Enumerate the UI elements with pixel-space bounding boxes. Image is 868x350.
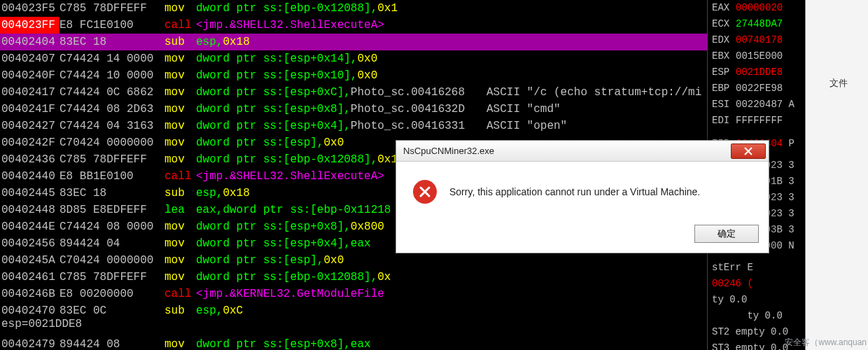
- address: 0040246B: [0, 286, 59, 302]
- dialog-titlebar[interactable]: NsCpuCNMiner32.exe: [396, 141, 769, 162]
- error-dialog: NsCpuCNMiner32.exe Sorry, this applicati…: [396, 140, 769, 253]
- mnemonic: mov: [164, 0, 196, 17]
- bytes: C785 78DFFEFF: [59, 0, 164, 17]
- operands: <jmp.&KERNEL32.GetModuleFile: [196, 286, 384, 302]
- bytes: 8D85 E8EDFEFF: [59, 202, 164, 218]
- comment: ASCII "open": [486, 118, 567, 134]
- address: 00402448: [0, 202, 59, 218]
- operands: esp,0x18: [196, 185, 250, 202]
- mnemonic: mov: [164, 269, 196, 286]
- address: 00402427: [0, 118, 59, 134]
- operands: dword ptr ss:[ebp-0x12088],0x1: [196, 151, 398, 168]
- reg-row[interactable]: ESI00220487 A: [712, 97, 805, 113]
- mnemonic: sub: [164, 34, 196, 50]
- disasm-row[interactable]: 0040246BE8 00200000call <jmp.&KERNEL32.G…: [0, 286, 707, 302]
- status-bar: esp=0021DDE8: [0, 316, 707, 332]
- operands: <jmp.&SHELL32.ShellExecuteA>: [196, 17, 384, 34]
- disasm-row[interactable]: 0040240483EC 18sub esp,0x18: [0, 34, 707, 50]
- bytes: C70424 0000000: [59, 252, 164, 269]
- disasm-row[interactable]: 00402407C74424 14 0000mov dword ptr ss:[…: [0, 50, 707, 67]
- disasm-row[interactable]: 004023F5C785 78DFFEFFmov dword ptr ss:[e…: [0, 0, 707, 17]
- debugger-window: 004023F5C785 78DFFEFFmov dword ptr ss:[e…: [0, 0, 868, 350]
- reg-row[interactable]: ECX27448DA7: [712, 16, 805, 32]
- disasm-row[interactable]: 00402417C74424 0C 6862mov dword ptr ss:[…: [0, 84, 707, 101]
- dialog-message: Sorry, this application cannot run under…: [449, 186, 700, 197]
- disasm-row[interactable]: 0040241FC74424 08 2D63mov dword ptr ss:[…: [0, 101, 707, 118]
- disasm-row[interactable]: 00402479894424 08mov dword ptr ss:[esp+0…: [0, 336, 707, 350]
- address: 00402407: [0, 50, 59, 67]
- mnemonic: mov: [164, 118, 196, 134]
- mnemonic: mov: [164, 84, 196, 101]
- reg-row[interactable]: EDX00740178: [712, 32, 805, 48]
- bytes: 83EC 18: [59, 34, 164, 50]
- mnemonic: mov: [164, 50, 196, 67]
- address: 0040240F: [0, 67, 59, 84]
- bytes: C70424 0000000: [59, 134, 164, 151]
- operands: dword ptr ss:[ebp-0x12088],0x: [196, 269, 391, 286]
- operands: dword ptr ss:[esp],0x0: [196, 252, 344, 269]
- close-icon: [744, 147, 752, 155]
- close-button[interactable]: [731, 144, 766, 159]
- watermark: 安全客（www.anquan: [785, 337, 867, 349]
- bytes: 83EC 18: [59, 185, 164, 202]
- operands: dword ptr ss:[esp],0x0: [196, 134, 344, 151]
- address: 0040241F: [0, 101, 59, 118]
- reg-row[interactable]: ESP0021DDE8: [712, 64, 805, 80]
- error-icon: [413, 180, 437, 204]
- operands: dword ptr ss:[esp+0x8],0x800: [196, 218, 384, 235]
- disasm-row[interactable]: 00402427C74424 04 3163mov dword ptr ss:[…: [0, 118, 707, 134]
- address: 00402404: [0, 34, 59, 50]
- mnemonic: mov: [164, 101, 196, 118]
- disasm-row[interactable]: 00402461C785 78DFFEFFmov dword ptr ss:[e…: [0, 269, 707, 286]
- operands: dword ptr ss:[esp+0xC],Photo_sc.00416268: [196, 84, 465, 101]
- bytes: C74424 14 0000: [59, 50, 164, 67]
- bytes: E8 00200000: [59, 286, 164, 302]
- mnemonic: sub: [164, 185, 196, 202]
- operands: dword ptr ss:[esp+0x4],eax: [196, 235, 371, 252]
- operands: dword ptr ss:[esp+0x10],0x0: [196, 67, 377, 84]
- mnemonic: lea: [164, 202, 196, 218]
- extra-row: stErr E: [712, 260, 805, 276]
- mnemonic: call: [164, 17, 196, 34]
- extra-row: ty 0.0: [712, 292, 805, 308]
- bytes: C785 78DFFEFF: [59, 151, 164, 168]
- bytes: 894424 04: [59, 235, 164, 252]
- mnemonic: call: [164, 168, 196, 185]
- bytes: C74424 08 2D63: [59, 101, 164, 118]
- mnemonic: call: [164, 286, 196, 302]
- disasm-row[interactable]: 004023FFE8 FC1E0100call <jmp.&SHELL32.Sh…: [0, 17, 707, 34]
- bytes: C785 78DFFEFF: [59, 269, 164, 286]
- ok-button[interactable]: 确定: [694, 225, 759, 243]
- comment: ASCII "cmd": [486, 101, 561, 118]
- operands: dword ptr ss:[ebp-0x12088],0x1: [196, 0, 398, 17]
- bytes: E8 BB1E0100: [59, 168, 164, 185]
- address: 00402456: [0, 235, 59, 252]
- reg-row[interactable]: EBX0015E000: [712, 48, 805, 64]
- reg-row[interactable]: EDIFFFFFFFF: [712, 113, 805, 129]
- disasm-row[interactable]: 0040245AC70424 0000000mov dword ptr ss:[…: [0, 252, 707, 269]
- address: 004023F5: [0, 0, 59, 17]
- reg-row[interactable]: EBP0022FE98: [712, 80, 805, 97]
- operands: <jmp.&SHELL32.ShellExecuteA>: [196, 168, 384, 185]
- dialog-title: NsCpuCNMiner32.exe: [403, 146, 731, 156]
- mnemonic: mov: [164, 67, 196, 84]
- disasm-row[interactable]: 0040240FC74424 10 0000mov dword ptr ss:[…: [0, 67, 707, 84]
- reg-row[interactable]: EAX00000020: [712, 0, 805, 16]
- operands: dword ptr ss:[esp+0x8],eax: [196, 336, 371, 350]
- mnemonic: mov: [164, 252, 196, 269]
- bytes: C74424 0C 6862: [59, 84, 164, 101]
- operands: dword ptr ss:[esp+0x8],Photo_sc.0041632D: [196, 101, 465, 118]
- address: 0040245A: [0, 252, 59, 269]
- address: 0040242F: [0, 134, 59, 151]
- side-panel: 文件: [805, 0, 868, 350]
- address: 00402417: [0, 84, 59, 101]
- extra-row: ty 0.0: [712, 308, 805, 324]
- bytes: C74424 10 0000: [59, 67, 164, 84]
- bytes: E8 FC1E0100: [59, 17, 164, 34]
- address: 00402461: [0, 269, 59, 286]
- comment: ASCII "/c (echo stratum+tcp://mi: [486, 84, 701, 101]
- address: 004023FF: [0, 17, 59, 34]
- address: 00402445: [0, 185, 59, 202]
- mnemonic: mov: [164, 336, 196, 350]
- bytes: C74424 08 0000: [59, 218, 164, 235]
